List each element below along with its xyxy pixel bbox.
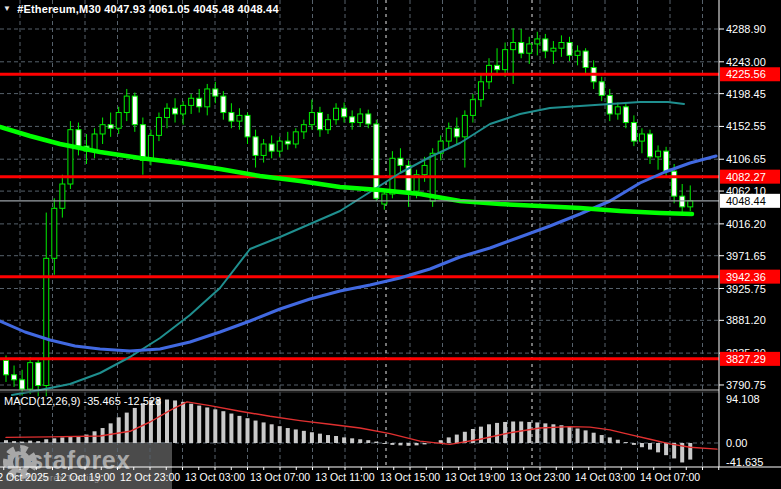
svg-text:3827.29: 3827.29 bbox=[726, 353, 766, 365]
svg-text:13 Oct 19:00: 13 Oct 19:00 bbox=[445, 471, 505, 483]
svg-text:4225.56: 4225.56 bbox=[726, 68, 766, 80]
svg-text:13 Oct 07:00: 13 Oct 07:00 bbox=[250, 471, 310, 483]
svg-text:0.00: 0.00 bbox=[726, 437, 747, 449]
svg-text:94.108: 94.108 bbox=[726, 393, 760, 405]
macd-indicator-label: MACD(12,26,9) -35.465 -12.528 bbox=[4, 395, 161, 407]
svg-text:13 Oct 03:00: 13 Oct 03:00 bbox=[185, 471, 245, 483]
svg-text:3942.36: 3942.36 bbox=[726, 271, 766, 283]
moving-average-lines bbox=[0, 102, 716, 395]
svg-text:3925.75: 3925.75 bbox=[726, 283, 766, 295]
svg-text:3790.75: 3790.75 bbox=[726, 379, 766, 391]
candlestick-series bbox=[4, 28, 693, 396]
svg-text:4152.55: 4152.55 bbox=[726, 120, 766, 132]
svg-text:12 Oct 23:00: 12 Oct 23:00 bbox=[120, 471, 180, 483]
svg-text:4243.00: 4243.00 bbox=[726, 56, 766, 68]
symbol-dropdown-icon[interactable]: ▼ bbox=[3, 5, 11, 13]
chart-canvas[interactable]: 4288.904243.004198.454152.554106.654062.… bbox=[0, 0, 781, 489]
svg-text:4082.27: 4082.27 bbox=[726, 171, 766, 183]
svg-text:4048.44: 4048.44 bbox=[726, 195, 766, 207]
svg-text:12 Oct 2025: 12 Oct 2025 bbox=[0, 471, 49, 483]
day-separator-lines bbox=[386, 0, 532, 467]
macd-indicator-pane bbox=[6, 399, 717, 462]
svg-text:4016.20: 4016.20 bbox=[726, 218, 766, 230]
svg-text:4198.45: 4198.45 bbox=[726, 88, 766, 100]
svg-text:-41.635: -41.635 bbox=[726, 456, 763, 468]
time-axis[interactable]: 12 Oct 202512 Oct 19:0012 Oct 23:0013 Oc… bbox=[0, 467, 719, 483]
svg-text:13 Oct 11:00: 13 Oct 11:00 bbox=[315, 471, 375, 483]
chart-title-bar[interactable]: ▼ #Ethereum,M30 4047.93 4061.05 4045.48 … bbox=[3, 3, 279, 15]
svg-text:14 Oct 03:00: 14 Oct 03:00 bbox=[575, 471, 635, 483]
svg-text:3971.65: 3971.65 bbox=[726, 250, 766, 262]
svg-text:4288.90: 4288.90 bbox=[726, 23, 766, 35]
svg-text:4106.65: 4106.65 bbox=[726, 153, 766, 165]
svg-text:12 Oct 19:00: 12 Oct 19:00 bbox=[55, 471, 115, 483]
svg-text:14 Oct 07:00: 14 Oct 07:00 bbox=[640, 471, 700, 483]
mt4-chart-window: instaforex Instant Forex Trading 4288.90… bbox=[0, 0, 781, 489]
svg-text:13 Oct 15:00: 13 Oct 15:00 bbox=[380, 471, 440, 483]
svg-text:13 Oct 23:00: 13 Oct 23:00 bbox=[510, 471, 570, 483]
svg-text:3881.20: 3881.20 bbox=[726, 314, 766, 326]
symbol-ohlc-label: #Ethereum,M30 4047.93 4061.05 4045.48 40… bbox=[17, 3, 279, 15]
price-axis[interactable]: 4288.904243.004198.454152.554106.654062.… bbox=[719, 23, 780, 468]
